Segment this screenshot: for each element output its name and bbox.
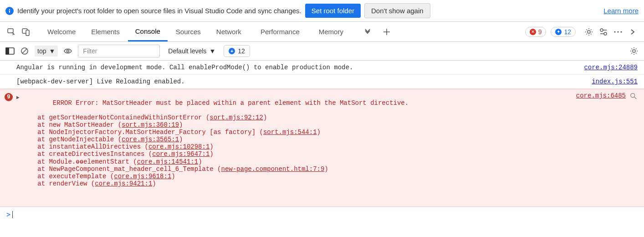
- dont-show-button[interactable]: Don't show again: [364, 3, 430, 18]
- svg-rect-2: [8, 29, 13, 33]
- svg-point-8: [614, 31, 615, 32]
- stack-link[interactable]: sort.mjs:92:12: [210, 114, 263, 121]
- stack-line: at createDirectivesInstances (core.mjs:9…: [22, 150, 576, 158]
- stack-line: at NewPageComponent_mat_header_cell_6_Te…: [22, 165, 576, 173]
- svg-point-0: [9, 9, 10, 10]
- stack-line: at NodeInjectorFactory.MatSortHeader_Fac…: [22, 129, 576, 136]
- issues-chip-count: 12: [238, 47, 245, 55]
- log-source-link[interactable]: core.mjs:24889: [579, 62, 638, 72]
- info-icon: [5, 7, 14, 15]
- svg-point-14: [67, 50, 69, 52]
- log-levels-selector[interactable]: Default levels ▼: [165, 46, 218, 57]
- svg-point-16: [631, 93, 635, 98]
- console-log-row: Angular is running in development mode. …: [0, 61, 644, 75]
- stack-link[interactable]: sort.mjs:360:19: [122, 121, 179, 129]
- filter-input[interactable]: [78, 45, 160, 57]
- issue-count-pill[interactable]: ✦12: [551, 27, 576, 37]
- error-count-pill[interactable]: ✕9: [525, 27, 547, 37]
- expand-stack-icon[interactable]: ▶: [16, 94, 20, 202]
- tab-console[interactable]: Console: [128, 22, 168, 41]
- console-messages: Angular is running in development mode. …: [0, 61, 644, 222]
- info-text: Identify your project's root folder to o…: [17, 7, 302, 15]
- stack-link[interactable]: new-page.component.html:7:9: [221, 165, 325, 173]
- cursor: [12, 211, 13, 218]
- svg-point-9: [617, 31, 618, 32]
- svg-point-10: [620, 31, 622, 32]
- log-text: [webpack-dev-server] Live Reloading enab…: [16, 77, 587, 87]
- set-root-button[interactable]: Set root folder: [305, 4, 361, 18]
- stack-link[interactable]: core.mjs:14541:1: [137, 158, 198, 165]
- error-count: 9: [538, 28, 542, 36]
- stack-link[interactable]: core.mjs:9647:1: [152, 150, 210, 158]
- tab-sources[interactable]: Sources: [169, 22, 208, 41]
- levels-label: Default levels: [168, 47, 206, 55]
- tab-performance[interactable]: Performance: [250, 22, 311, 41]
- error-body: ERROR Error: MatSortHeader must be place…: [22, 92, 576, 202]
- stack-line: at executeTemplate (core.mjs:9618:1): [22, 173, 576, 180]
- info-bar: Identify your project's root folder to o…: [0, 0, 644, 22]
- search-icon[interactable]: [629, 92, 638, 100]
- stack-link[interactable]: core.mjs:9421:1: [95, 180, 152, 187]
- context-label: top: [37, 47, 46, 55]
- new-tab-icon[interactable]: [380, 25, 394, 39]
- stack-line: at instantiateAllDirectives (core.mjs:10…: [22, 143, 576, 150]
- settings-icon[interactable]: [582, 25, 596, 39]
- chevron-down-icon: ▼: [49, 47, 55, 55]
- live-expression-icon[interactable]: [63, 48, 72, 54]
- issues-chip[interactable]: ✦12: [224, 45, 250, 57]
- console-toolbar: top ▼ Default levels ▼ ✦12: [0, 42, 644, 61]
- svg-rect-12: [6, 48, 9, 54]
- clear-console-icon[interactable]: [20, 46, 29, 56]
- customize-icon[interactable]: [597, 25, 610, 39]
- more-tabs-icon[interactable]: [361, 25, 374, 39]
- chevron-down-icon: ▼: [209, 47, 215, 55]
- sidebar-toggle-icon[interactable]: [5, 47, 15, 55]
- stack-line: at renderView (core.mjs:9421:1): [22, 180, 576, 187]
- console-prompt[interactable]: >: [0, 207, 644, 222]
- console-error-row: 9 ▶ ERROR Error: MatSortHeader must be p…: [0, 89, 644, 207]
- error-message: ERROR Error: MatSortHeader must be place…: [53, 99, 409, 107]
- tab-welcome[interactable]: Welcome: [40, 22, 83, 41]
- tab-network[interactable]: Network: [209, 22, 249, 41]
- more-icon[interactable]: [611, 25, 625, 39]
- error-badge: 9: [5, 93, 13, 101]
- stack-line: at Module.ɵɵelementStart (core.mjs:14541…: [22, 158, 576, 165]
- svg-point-7: [604, 32, 607, 35]
- console-log-row: [webpack-dev-server] Live Reloading enab…: [0, 75, 644, 89]
- svg-point-6: [600, 29, 603, 31]
- stack-line: at getSortHeaderNotContainedWithinSortEr…: [22, 114, 576, 121]
- device-toggle-icon[interactable]: [19, 25, 33, 39]
- svg-point-5: [588, 31, 590, 33]
- stack-link[interactable]: core.mjs:10298:1: [148, 143, 210, 150]
- svg-point-15: [633, 50, 635, 52]
- svg-rect-1: [9, 10, 10, 13]
- log-text: Angular is running in development mode. …: [16, 62, 579, 72]
- log-source-link[interactable]: index.js:551: [587, 77, 638, 87]
- stack-link[interactable]: core.mjs:3565:1: [122, 136, 179, 143]
- tab-elements[interactable]: Elements: [84, 22, 127, 41]
- svg-rect-4: [26, 30, 29, 36]
- issue-count: 12: [564, 28, 571, 36]
- stack-line: at getNodeInjectable (core.mjs:3565:1): [22, 136, 576, 143]
- inspect-icon[interactable]: [5, 25, 18, 39]
- learn-more-link[interactable]: Learn more: [603, 7, 639, 15]
- stack-link[interactable]: sort.mjs:544:1: [263, 129, 317, 136]
- tab-memory[interactable]: Memory: [312, 22, 351, 41]
- context-selector[interactable]: top ▼: [35, 46, 58, 57]
- prompt-symbol: >: [6, 211, 10, 219]
- close-panel-icon[interactable]: [626, 25, 639, 39]
- stack-link[interactable]: core.mjs:9618:1: [114, 173, 171, 180]
- console-settings-icon[interactable]: [629, 46, 639, 56]
- devtools-tabs: Welcome Elements Console Sources Network…: [0, 22, 644, 42]
- error-source-link[interactable]: core.mjs:6485: [576, 92, 626, 202]
- stack-line: at new MatSortHeader (sort.mjs:360:19): [22, 121, 576, 129]
